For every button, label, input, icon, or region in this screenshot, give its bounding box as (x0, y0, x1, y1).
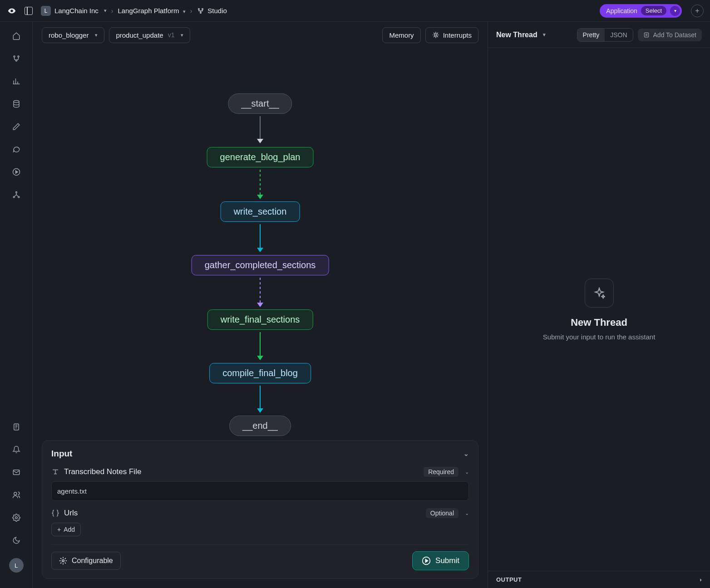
view-toggle: Pretty JSON (577, 28, 633, 42)
svg-point-0 (10, 10, 13, 12)
arrow-icon (257, 248, 263, 252)
svg-point-14 (14, 492, 16, 495)
edit-icon[interactable] (11, 122, 21, 132)
configurable-button[interactable]: Configurable (51, 552, 121, 570)
json-toggle[interactable]: JSON (605, 29, 632, 41)
thread-selector[interactable]: New Thread ▾ (496, 31, 572, 39)
output-section-header[interactable]: OUTPUT › (488, 571, 710, 588)
application-selector[interactable]: Application Select ▾ (600, 4, 682, 18)
chevron-down-icon[interactable]: ⌄ (463, 450, 469, 457)
branch-icon[interactable] (11, 54, 21, 64)
add-url-button[interactable]: + Add (51, 523, 81, 536)
chevron-down-icon: ▾ (95, 32, 98, 38)
network-icon[interactable] (11, 190, 21, 200)
svg-point-17 (62, 560, 64, 562)
gear-icon[interactable] (11, 513, 21, 523)
org-badge: L (41, 6, 51, 16)
add-button[interactable]: + (691, 5, 704, 17)
bug-icon (432, 31, 439, 39)
svg-point-3 (200, 12, 202, 13)
input-title: Input (51, 449, 72, 459)
app-pill-label: Application (606, 7, 637, 15)
chevron-right-icon: › (188, 7, 194, 15)
graph-canvas[interactable]: __start__ generate_blog_plan write_secti… (33, 48, 488, 440)
transcribed-notes-input[interactable] (51, 481, 469, 501)
chevron-down-icon[interactable]: ▾ (183, 9, 186, 14)
arrow-icon (257, 408, 263, 413)
assistant-name: product_update (116, 31, 163, 39)
database-icon[interactable] (11, 99, 21, 109)
play-circle-icon (422, 556, 431, 565)
annotation-icon[interactable] (11, 144, 21, 154)
graph-node[interactable]: generate_blog_plan (207, 147, 314, 167)
breadcrumb: L LangChain Inc ▾ › LangGraph Platform ▾… (41, 6, 595, 16)
gear-icon (59, 557, 67, 565)
moon-icon[interactable] (11, 535, 21, 545)
arrow-icon (257, 303, 263, 307)
chart-icon[interactable] (11, 76, 21, 86)
required-badge: Required (424, 467, 459, 477)
empty-subtitle: Submit your input to run the assistant (543, 333, 656, 341)
assistant-selector[interactable]: product_update v1 ▾ (109, 27, 190, 43)
braces-icon (51, 509, 59, 517)
graph-name: robo_blogger (49, 31, 89, 39)
empty-title: New Thread (571, 317, 627, 328)
studio-icon (197, 7, 205, 15)
svg-point-15 (15, 517, 17, 519)
submit-button[interactable]: Submit (412, 551, 469, 570)
output-label: OUTPUT (496, 576, 522, 583)
input-panel: Input ⌄ Transcribed Notes File Required … (42, 440, 478, 579)
text-icon (51, 468, 59, 476)
edge (260, 386, 261, 408)
assistant-version: v1 (168, 31, 175, 39)
play-icon[interactable] (11, 167, 21, 177)
arrow-icon (257, 356, 263, 360)
graph-node-start[interactable]: __start__ (228, 93, 292, 114)
graph-selector[interactable]: robo_blogger ▾ (42, 27, 104, 43)
svg-point-5 (18, 56, 19, 57)
dataset-icon (643, 32, 650, 38)
svg-point-16 (434, 34, 437, 36)
pretty-toggle[interactable]: Pretty (577, 29, 605, 41)
svg-point-2 (202, 8, 203, 10)
bell-icon[interactable] (11, 445, 21, 455)
memory-button[interactable]: Memory (382, 27, 420, 43)
svg-point-1 (198, 8, 200, 10)
chevron-down-icon[interactable]: ▾ (104, 8, 107, 14)
graph-node[interactable]: write_section (221, 201, 300, 222)
chevron-down-icon[interactable]: ⌄ (465, 469, 469, 475)
edge (260, 278, 261, 303)
breadcrumb-org[interactable]: L LangChain Inc ▾ (41, 6, 107, 16)
svg-point-7 (14, 101, 19, 103)
optional-badge: Optional (426, 508, 459, 518)
mail-icon[interactable] (11, 467, 21, 477)
edge (260, 170, 261, 195)
avatar[interactable]: L (9, 558, 24, 573)
svg-point-10 (13, 196, 15, 198)
chevron-down-icon: ▾ (181, 32, 183, 38)
interrupts-button[interactable]: Interrupts (425, 27, 478, 43)
plus-icon: + (57, 526, 61, 533)
app-select-button[interactable]: Select (641, 6, 666, 15)
breadcrumb-platform[interactable]: LangGraph Platform ▾ (118, 7, 185, 15)
graph-node[interactable]: write_final_sections (207, 309, 313, 330)
chevron-down-icon[interactable]: ⌄ (465, 510, 469, 516)
arrow-icon (257, 195, 263, 199)
breadcrumb-page: Studio (207, 7, 227, 15)
graph-node[interactable]: compile_final_blog (209, 363, 311, 383)
graph-node-end[interactable]: __end__ (229, 416, 291, 436)
arrow-icon (257, 139, 263, 143)
svg-point-11 (18, 196, 19, 198)
chevron-down-icon[interactable]: ▾ (670, 6, 680, 16)
sidebar: L (0, 22, 33, 588)
graph-node[interactable]: gather_completed_sections (192, 255, 329, 275)
org-name: LangChain Inc (54, 7, 99, 15)
chevron-right-icon: › (700, 576, 702, 583)
docs-icon[interactable] (11, 422, 21, 432)
home-icon[interactable] (11, 31, 21, 41)
add-to-dataset-button[interactable]: Add To Dataset (638, 29, 702, 41)
toggle-panel-icon[interactable] (25, 7, 33, 15)
chevron-down-icon: ▾ (543, 32, 546, 38)
users-icon[interactable] (11, 490, 21, 500)
svg-rect-19 (644, 33, 648, 37)
